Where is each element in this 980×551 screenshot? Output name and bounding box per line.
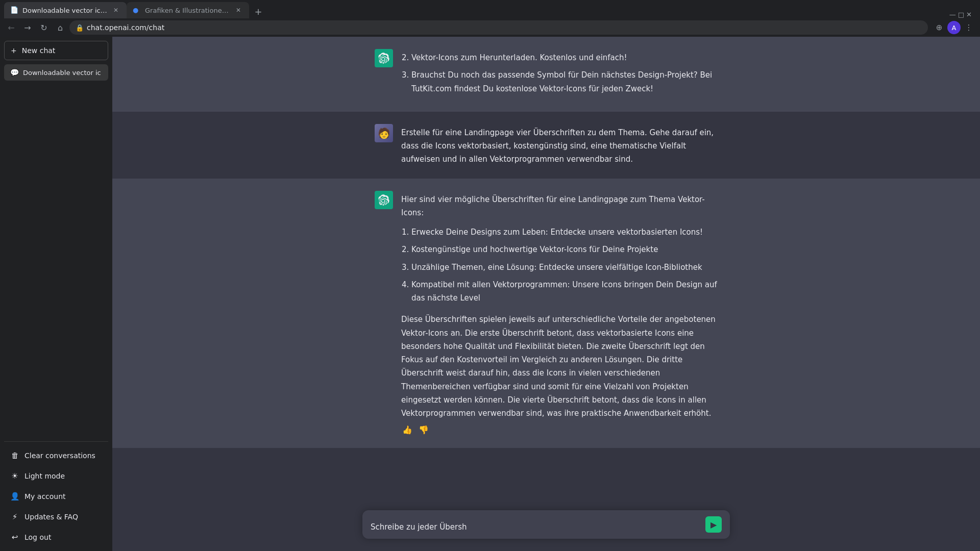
profile-icon[interactable]: A <box>947 21 961 34</box>
new-tab-button[interactable]: + <box>251 4 265 18</box>
message-text-2: Erstelle für eine Landingpage vier Übers… <box>401 124 718 166</box>
lock-icon: 🔒 <box>76 24 84 32</box>
browser-tab-2[interactable]: ● Grafiken & Illustrationen für Vek... ✕ <box>127 2 249 18</box>
response-list-item-4: Kompatibel mit allen Vektorprogrammen: U… <box>411 278 718 305</box>
response-list: Erwecke Deine Designs zum Leben: Entdeck… <box>401 226 718 305</box>
message-wrapper-1: Vektor-Icons zum Herunterladen. Kostenlo… <box>112 37 980 112</box>
back-button[interactable]: ← <box>4 20 18 35</box>
tab-favicon-1: 📄 <box>10 6 18 14</box>
message-actions: 👍 👎 <box>401 424 718 436</box>
message-intro: Hier sind vier mögliche Überschriften fü… <box>401 193 718 220</box>
assistant-avatar-1 <box>375 49 393 67</box>
log-out-button[interactable]: ↩ Log out <box>4 528 108 547</box>
input-wrapper: ▶ <box>362 510 730 539</box>
my-account-label: My account <box>24 492 66 500</box>
main-content: Vektor-Icons zum Herunterladen. Kostenlo… <box>112 37 980 551</box>
updates-faq-label: Updates & FAQ <box>24 513 78 521</box>
list-item-3: Brauchst Du noch das passende Symbol für… <box>411 68 718 95</box>
account-icon: 👤 <box>10 492 19 501</box>
chat-bubble-icon: 💬 <box>10 68 19 77</box>
clear-conversations-button[interactable]: 🗑 Clear conversations <box>4 446 108 465</box>
home-button[interactable]: ⌂ <box>53 20 67 35</box>
browser-tab-1[interactable]: 📄 Downloadable vector icons. ✕ <box>4 2 127 18</box>
new-chat-label: New chat <box>22 46 56 55</box>
chat-input[interactable] <box>371 521 701 533</box>
assistant-avatar-3 <box>375 191 393 209</box>
chat-history: 💬 Downloadable vector ic ✏ 🗑 <box>4 64 108 441</box>
settings-icon[interactable]: ⋮ <box>962 20 976 35</box>
light-mode-button[interactable]: ☀ Light mode <box>4 466 108 486</box>
sidebar-bottom: 🗑 Clear conversations ☀ Light mode 👤 My … <box>4 441 108 547</box>
plus-icon: + <box>11 46 17 55</box>
tab-favicon-2: ● <box>133 6 141 14</box>
browser-tabs: 📄 Downloadable vector icons. ✕ ● Grafike… <box>0 0 980 18</box>
thumbs-down-button[interactable]: 👎 <box>418 424 430 436</box>
log-out-label: Log out <box>24 533 51 541</box>
browser-chrome: 📄 Downloadable vector icons. ✕ ● Grafike… <box>0 0 980 37</box>
chat-title-1: Downloadable vector ic <box>23 69 102 77</box>
window-minimize[interactable]: — <box>949 11 956 18</box>
chat-messages: Vektor-Icons zum Herunterladen. Kostenlo… <box>112 37 980 502</box>
response-list-item-2: Kostengünstige und hochwertige Vektor-Ic… <box>411 243 718 256</box>
tab-title-2: Grafiken & Illustrationen für Vek... <box>145 7 230 14</box>
message-explanation: Diese Überschriften spielen jeweils auf … <box>401 313 718 420</box>
window-close[interactable]: ✕ <box>966 11 972 18</box>
extensions-icon[interactable]: ⊕ <box>932 20 946 35</box>
send-button[interactable]: ▶ <box>705 516 722 533</box>
message-wrapper-2: 🧑 Erstelle für eine Landingpage vier Übe… <box>112 112 980 179</box>
forward-button[interactable]: → <box>20 20 35 35</box>
tab-close-1[interactable]: ✕ <box>111 6 120 15</box>
address-text: chat.openai.com/chat <box>87 23 922 32</box>
message-wrapper-3: Hier sind vier mögliche Überschriften fü… <box>112 179 980 448</box>
updates-icon: ⚡ <box>10 512 19 521</box>
browser-toolbar: ← → ↻ ⌂ 🔒 chat.openai.com/chat ⊕ A ⋮ <box>0 18 980 37</box>
message-text-3: Hier sind vier mögliche Überschriften fü… <box>401 191 718 436</box>
input-area: ▶ <box>112 502 980 551</box>
tab-title-1: Downloadable vector icons. <box>22 7 107 14</box>
address-bar[interactable]: 🔒 chat.openai.com/chat <box>69 20 928 35</box>
list-item-2: Vektor-Icons zum Herunterladen. Kostenlo… <box>411 51 718 64</box>
sidebar: + New chat 💬 Downloadable vector ic ✏ 🗑 … <box>0 37 112 551</box>
tab-close-2[interactable]: ✕ <box>234 6 243 15</box>
response-list-item-3: Unzählige Themen, eine Lösung: Entdecke … <box>411 261 718 274</box>
updates-faq-button[interactable]: ⚡ Updates & FAQ <box>4 507 108 527</box>
toolbar-icons: ⊕ A ⋮ <box>932 20 976 35</box>
message-content-2: 🧑 Erstelle für eine Landingpage vier Übe… <box>362 124 730 166</box>
app: + New chat 💬 Downloadable vector ic ✏ 🗑 … <box>0 37 980 551</box>
message-text-1: Vektor-Icons zum Herunterladen. Kostenlo… <box>401 49 718 99</box>
message-content-1: Vektor-Icons zum Herunterladen. Kostenlo… <box>362 49 730 99</box>
new-chat-button[interactable]: + New chat <box>4 41 108 60</box>
logout-icon: ↩ <box>10 533 19 542</box>
message-content-3: Hier sind vier mögliche Überschriften fü… <box>362 191 730 436</box>
response-list-item-1: Erwecke Deine Designs zum Leben: Entdeck… <box>411 226 718 239</box>
window-maximize[interactable]: □ <box>958 11 964 18</box>
light-mode-label: Light mode <box>24 472 65 480</box>
sun-icon: ☀ <box>10 471 19 481</box>
user-avatar: 🧑 <box>375 124 393 142</box>
send-icon: ▶ <box>710 520 717 530</box>
trash-icon: 🗑 <box>10 451 19 460</box>
thumbs-up-button[interactable]: 👍 <box>401 424 413 436</box>
reload-button[interactable]: ↻ <box>37 20 51 35</box>
chat-item-1[interactable]: 💬 Downloadable vector ic ✏ 🗑 <box>4 64 108 81</box>
clear-conversations-label: Clear conversations <box>24 452 95 460</box>
my-account-button[interactable]: 👤 My account <box>4 487 108 506</box>
